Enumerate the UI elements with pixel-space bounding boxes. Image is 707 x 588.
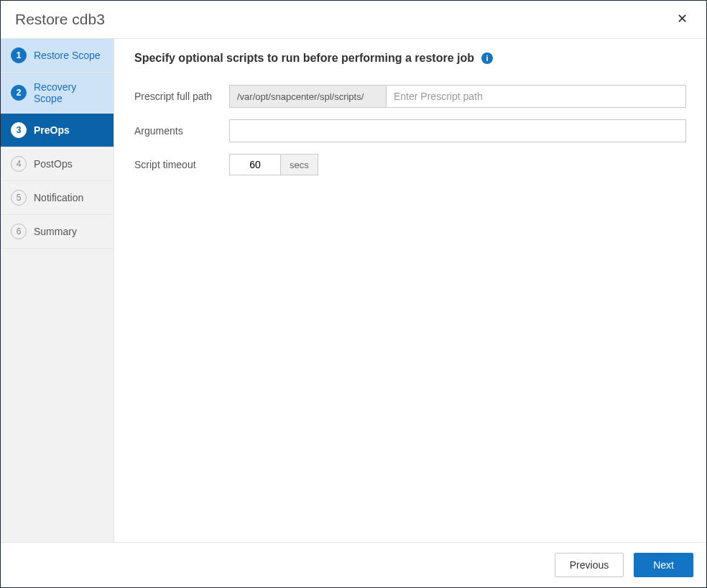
dialog-footer: Previous Next	[1, 542, 706, 587]
prescript-label: Prescript full path	[134, 91, 229, 102]
step-label: Notification	[34, 192, 83, 203]
row-arguments: Arguments	[134, 119, 686, 142]
prescript-path-prefix: /var/opt/snapcenter/spl/scripts/	[230, 86, 387, 107]
step-label: Recovery Scope	[34, 81, 103, 104]
restore-dialog: Restore cdb3 ✕ 1 Restore Scope 2 Recover…	[0, 0, 707, 588]
step-number: 5	[11, 190, 27, 206]
step-number: 4	[11, 156, 27, 172]
prescript-path-input[interactable]	[387, 86, 685, 107]
pane-heading-text: Specify optional scripts to run before p…	[134, 52, 474, 65]
arguments-label: Arguments	[134, 125, 229, 137]
step-summary[interactable]: 6 Summary	[1, 215, 114, 249]
pane-heading: Specify optional scripts to run before p…	[134, 52, 686, 65]
dialog-header: Restore cdb3 ✕	[1, 1, 706, 39]
step-label: PostOps	[34, 158, 73, 170]
dialog-title: Restore cdb3	[15, 11, 105, 28]
arguments-input[interactable]	[229, 119, 686, 142]
step-recovery-scope[interactable]: 2 Recovery Scope	[1, 73, 114, 114]
dialog-body: 1 Restore Scope 2 Recovery Scope 3 PreOp…	[1, 39, 706, 542]
step-number: 2	[11, 85, 27, 101]
previous-button[interactable]: Previous	[555, 553, 624, 577]
timeout-unit: secs	[281, 154, 318, 175]
next-button[interactable]: Next	[634, 553, 693, 577]
step-postops[interactable]: 4 PostOps	[1, 147, 114, 181]
step-notification[interactable]: 5 Notification	[1, 181, 114, 215]
prescript-path-group: /var/opt/snapcenter/spl/scripts/	[229, 85, 686, 108]
info-icon[interactable]: i	[481, 52, 493, 64]
main-pane: Specify optional scripts to run before p…	[114, 39, 706, 542]
close-button[interactable]: ✕	[673, 11, 692, 27]
step-number: 6	[11, 224, 27, 239]
step-label: PreOps	[34, 124, 70, 136]
row-timeout: Script timeout secs	[134, 154, 686, 175]
timeout-input[interactable]	[229, 154, 281, 175]
close-icon: ✕	[677, 12, 688, 26]
step-label: Restore Scope	[34, 50, 101, 61]
row-prescript-path: Prescript full path /var/opt/snapcenter/…	[134, 85, 686, 108]
steps-nav: 1 Restore Scope 2 Recovery Scope 3 PreOp…	[1, 39, 114, 542]
timeout-label: Script timeout	[134, 159, 229, 170]
timeout-group: secs	[229, 154, 318, 175]
step-preops[interactable]: 3 PreOps	[1, 114, 114, 147]
step-restore-scope[interactable]: 1 Restore Scope	[1, 39, 114, 73]
step-label: Summary	[34, 226, 77, 237]
step-number: 3	[11, 122, 27, 138]
step-number: 1	[11, 47, 27, 63]
